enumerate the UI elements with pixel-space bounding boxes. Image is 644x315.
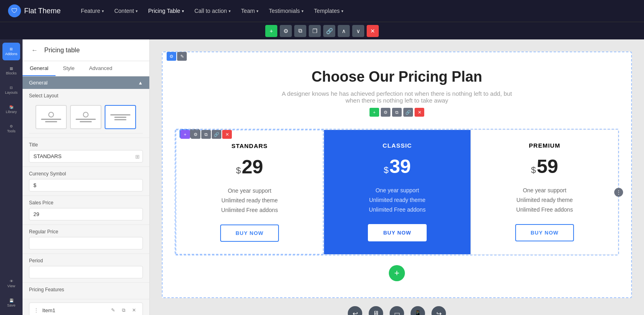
toolbar-row: + ⚙ ⧉ ❐ 🔗 ∧ ∨ ✕ [0, 22, 644, 39]
sidebar-item-blocks[interactable]: ▦ Blocks [2, 62, 20, 80]
nav-feature[interactable]: Feature ▾ [77, 5, 108, 16]
section-settings-icon[interactable]: ⚙ [167, 52, 176, 61]
general-section-header: General ▲ [23, 76, 149, 89]
undo-btn[interactable]: ↩ [348, 306, 362, 315]
line-short-icon [114, 117, 126, 118]
nav-team[interactable]: Team ▾ [237, 5, 262, 16]
list-item: Unlimited ready theme [479, 195, 610, 205]
card-add-btn[interactable]: + [180, 130, 190, 139]
list-item: Unlimited ready theme [184, 196, 315, 205]
panel-title: Pricing table [44, 47, 80, 54]
card-features-standars: One year support Unlimited ready theme U… [184, 186, 315, 215]
mobile-btn[interactable]: 📱 [411, 306, 425, 315]
select-layout-label: Select Layout [29, 93, 143, 99]
logo-icon: 🛡 [8, 4, 21, 17]
redo-btn[interactable]: ↪ [431, 306, 446, 315]
features-list: ⋮ Item1 ✎ ⧉ ✕ ⋮ Item2 ✎ ⧉ ✕ [23, 299, 149, 315]
panel-back-button[interactable]: ← [29, 45, 40, 56]
card-buy-btn-standars[interactable]: BUY NOW [220, 224, 279, 242]
card-col-controls: ⋮ [614, 188, 623, 197]
card-delete-btn[interactable]: ✕ [222, 130, 232, 139]
nav-cta[interactable]: Call to action ▾ [190, 5, 235, 16]
title-field: Title ⊞ [23, 138, 149, 167]
line-icon [110, 114, 130, 115]
drag-handle-icon[interactable]: ⋮ [33, 307, 39, 313]
toolbar-link-btn[interactable]: 🔗 [323, 25, 335, 37]
toolbar-down-btn[interactable]: ∨ [352, 25, 364, 37]
grid-icon: ⊞ [135, 153, 140, 159]
delete-icon[interactable]: ✕ [130, 306, 138, 315]
layout-option-1[interactable] [35, 105, 67, 129]
toolbar-add-btn[interactable]: + [265, 25, 277, 37]
layout-option-3[interactable] [105, 105, 136, 129]
sidebar-item-layouts[interactable]: ⊟ Layouts [2, 81, 20, 99]
canvas-inner: ⚙ ✎ Choose Our Pricing Plan A designer k… [150, 39, 644, 315]
card-features-premium: One year support Unlimited ready theme U… [479, 185, 610, 214]
list-item: Unlimited Free addons [479, 205, 610, 214]
feature-name-1: Item1 [42, 307, 105, 313]
card-name-classic: CLASSIC [332, 142, 462, 149]
nav-content[interactable]: Content ▾ [110, 5, 142, 16]
copy-icon[interactable]: ⧉ [119, 306, 128, 315]
card-copy-btn[interactable]: ⧉ [201, 130, 211, 139]
edit-icon[interactable]: ✎ [109, 306, 118, 315]
device-toolbar: ↩ 🖥 ▭ 📱 ↪ [162, 306, 632, 315]
list-item: One year support [184, 186, 315, 196]
heading-copy-btn[interactable]: ⧉ [392, 108, 402, 117]
tablet-btn[interactable]: ▭ [390, 306, 404, 315]
card-buy-btn-premium[interactable]: BUY NOW [515, 224, 574, 241]
period-input[interactable] [29, 266, 143, 278]
chevron-down-icon: ▾ [341, 9, 343, 13]
sales-price-input[interactable] [29, 208, 143, 220]
card-link-btn[interactable]: 🔗 [212, 130, 221, 139]
heading-delete-btn[interactable]: ✕ [415, 108, 424, 117]
sidebar-item-view[interactable]: 👁 View [2, 275, 20, 292]
list-item: One year support [332, 185, 462, 195]
card-price-standars: $ 29 [184, 156, 315, 178]
settings-panel: ← Pricing table General Style Advanced G… [23, 39, 150, 315]
heading-controls: + ⚙ ⧉ 🔗 ✕ [175, 108, 619, 117]
section-toggle[interactable]: ▲ [138, 80, 143, 86]
panel-tabs: General Style Advanced [23, 61, 149, 76]
regular-price-field: Regular Price [23, 225, 149, 254]
nav-pricing-table[interactable]: Pricing Table ▾ [144, 5, 188, 16]
toolbar-duplicate-btn[interactable]: ❐ [309, 25, 321, 37]
toolbar-delete-btn[interactable]: ✕ [367, 25, 379, 37]
regular-price-input[interactable] [29, 237, 143, 249]
currency-input[interactable] [29, 179, 143, 191]
col-dots-icon[interactable]: ⋮ [614, 188, 623, 197]
list-item: Unlimited Free addons [184, 205, 315, 215]
sidebar-item-library[interactable]: 📚 Library [2, 101, 20, 118]
card-features-classic: One year support Unlimited ready theme U… [332, 185, 462, 214]
layout-option-2[interactable] [70, 105, 101, 129]
logo-text: Flat Theme [24, 7, 61, 15]
nav-templates[interactable]: Templates ▾ [310, 5, 347, 16]
title-input-wrapper: ⊞ [29, 150, 143, 163]
tab-style[interactable]: Style [56, 61, 82, 76]
tab-general[interactable]: General [23, 61, 56, 76]
desktop-btn[interactable]: 🖥 [369, 306, 383, 315]
tab-advanced[interactable]: Advanced [82, 61, 120, 76]
heading-settings-btn[interactable]: ⚙ [381, 108, 390, 117]
toolbar-copy-btn[interactable]: ⧉ [294, 25, 306, 37]
toolbar-up-btn[interactable]: ∧ [338, 25, 350, 37]
toolbar-settings-btn[interactable]: ⚙ [280, 25, 292, 37]
panel-body: General ▲ Select Layout [23, 76, 149, 315]
section-edit-icon[interactable]: ✎ [177, 52, 187, 61]
sidebar-item-save[interactable]: 💾 Save [2, 294, 20, 312]
nav-testimonials[interactable]: Testimonials ▾ [265, 5, 308, 16]
heading-link-btn[interactable]: 🔗 [403, 108, 413, 117]
add-section-button[interactable]: + [389, 265, 405, 281]
sidebar-item-tools[interactable]: ⚙ Tools [2, 120, 20, 138]
sales-price-field: Sales Price [23, 196, 149, 225]
heading-add-btn[interactable]: + [369, 108, 379, 117]
card-buy-btn-classic[interactable]: BUY NOW [368, 224, 427, 241]
sidebar-item-addons[interactable]: ⊞ Addons [2, 43, 20, 60]
layout-selector [29, 101, 143, 134]
title-input[interactable] [29, 150, 143, 163]
card-settings-btn[interactable]: ⚙ [191, 130, 200, 139]
nav-items: Feature ▾ Content ▾ Pricing Table ▾ Call… [77, 5, 636, 16]
price-amount-standars: 29 [242, 156, 263, 178]
chevron-down-icon: ▾ [301, 9, 303, 13]
icon-sidebar: ⊞ Addons ▦ Blocks ⊟ Layouts 📚 Library ⚙ … [0, 39, 23, 315]
